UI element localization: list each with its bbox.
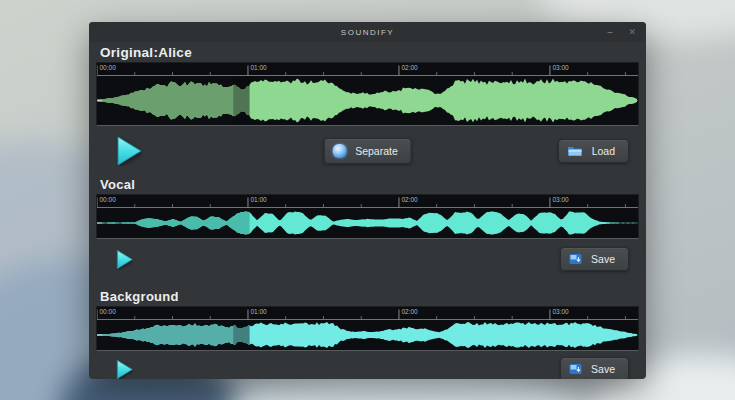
waveform-panel-background[interactable]: 00:0001:0002:0003:00 [96,306,639,351]
svg-text:02:00: 02:00 [401,64,418,71]
save-background-button[interactable]: Save [560,357,629,379]
waveform-vocal[interactable] [97,208,638,238]
controls-row-original: Separate Load [96,126,639,176]
close-button[interactable]: ✕ [628,28,636,37]
desktop-wallpaper: SOUNDIFY – ✕ Original:Alice 00:0001:0002… [0,0,735,400]
play-button-vocal[interactable] [116,249,133,270]
separate-icon [332,144,346,158]
svg-text:02:00: 02:00 [401,308,418,315]
track-label-background: Background [100,289,639,304]
svg-text:03:00: 03:00 [552,64,569,71]
save-vocal-button[interactable]: Save [560,247,629,271]
timeline-ruler: 00:0001:0002:0003:00 [97,195,638,208]
waveform-background[interactable] [97,320,638,350]
svg-text:03:00: 03:00 [552,308,569,315]
play-button-original[interactable] [116,136,142,166]
svg-text:03:00: 03:00 [552,196,569,203]
svg-text:02:00: 02:00 [401,196,418,203]
load-button[interactable]: Load [558,139,629,163]
svg-text:01:00: 01:00 [250,64,267,71]
waveform-panel-original[interactable]: 00:0001:0002:0003:00 [96,62,639,126]
play-icon [116,136,142,166]
save-icon [569,363,582,375]
timeline-ruler: 00:0001:0002:0003:00 [97,307,638,320]
svg-text:00:00: 00:00 [100,64,117,71]
save-background-label: Save [591,363,615,375]
svg-text:01:00: 01:00 [250,196,267,203]
svg-text:00:00: 00:00 [100,196,117,203]
titlebar[interactable]: SOUNDIFY – ✕ [89,22,646,42]
save-vocal-label: Save [591,253,615,265]
folder-icon [567,145,583,157]
separate-button[interactable]: Separate [323,138,412,164]
track-label-original: Original:Alice [100,45,639,60]
waveform-panel-vocal[interactable]: 00:0001:0002:0003:00 [96,194,639,239]
save-icon [569,253,582,265]
play-button-background[interactable] [116,359,133,380]
minimize-button[interactable]: – [607,28,612,37]
load-button-label: Load [592,145,615,157]
soundify-window: SOUNDIFY – ✕ Original:Alice 00:0001:0002… [89,22,646,379]
controls-row-background: Save [96,351,639,379]
svg-text:01:00: 01:00 [250,308,267,315]
track-label-vocal: Vocal [100,177,639,192]
waveform-original[interactable] [97,76,638,125]
timeline-ruler: 00:0001:0002:0003:00 [97,63,638,76]
play-icon [116,249,133,270]
separate-button-label: Separate [355,145,398,157]
play-icon [116,359,133,380]
window-title: SOUNDIFY [341,28,394,37]
svg-text:00:00: 00:00 [100,308,117,315]
controls-row-vocal: Save [96,239,639,279]
